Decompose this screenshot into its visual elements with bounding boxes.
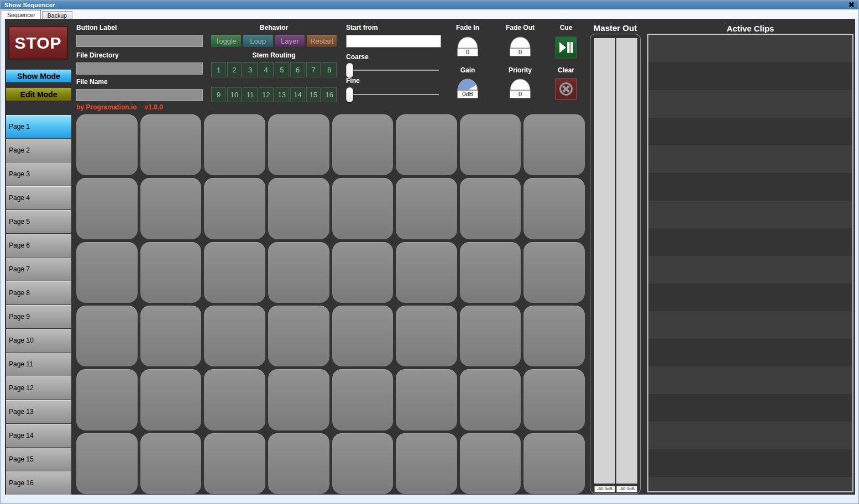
page-button-3[interactable]: Page 3 xyxy=(6,162,71,186)
clip-button[interactable] xyxy=(268,306,329,366)
stem-button-2[interactable]: 2 xyxy=(227,62,242,77)
priority-value[interactable]: 0 xyxy=(510,90,531,98)
clip-button[interactable] xyxy=(460,369,521,430)
show-mode-button[interactable]: Show Mode xyxy=(6,70,71,82)
fade-out-value[interactable]: 0 xyxy=(510,48,531,56)
clip-button[interactable] xyxy=(460,306,521,366)
stem-button-6[interactable]: 6 xyxy=(290,62,305,77)
clip-button[interactable] xyxy=(268,178,329,239)
clip-button[interactable] xyxy=(332,242,394,303)
stem-button-3[interactable]: 3 xyxy=(243,62,258,77)
stem-button-8[interactable]: 8 xyxy=(322,62,337,77)
clip-button[interactable] xyxy=(76,178,138,239)
file-directory-input[interactable] xyxy=(76,62,203,75)
clip-button[interactable] xyxy=(140,306,202,366)
clip-button[interactable] xyxy=(76,433,138,494)
coarse-slider-track[interactable] xyxy=(348,70,439,71)
clip-button[interactable] xyxy=(332,306,394,366)
tab-backup[interactable]: Backup xyxy=(42,11,72,19)
behavior-restart-button[interactable]: Restart xyxy=(307,35,337,47)
coarse-slider-thumb[interactable] xyxy=(346,63,353,78)
clip-button[interactable] xyxy=(332,369,394,430)
clip-button[interactable] xyxy=(204,306,265,366)
clip-button[interactable] xyxy=(523,242,585,303)
page-button-14[interactable]: Page 14 xyxy=(6,424,71,447)
fade-out-knob[interactable] xyxy=(510,36,531,49)
clip-button[interactable] xyxy=(76,114,138,175)
clip-button[interactable] xyxy=(268,369,329,430)
clip-button[interactable] xyxy=(76,369,138,430)
clip-button[interactable] xyxy=(268,242,329,303)
clip-button[interactable] xyxy=(140,242,202,303)
cue-button[interactable] xyxy=(555,36,577,59)
page-button-5[interactable]: Page 5 xyxy=(6,210,71,233)
page-button-4[interactable]: Page 4 xyxy=(6,186,71,209)
behavior-loop-button[interactable]: Loop xyxy=(243,35,273,47)
priority-knob[interactable] xyxy=(510,78,531,91)
page-button-12[interactable]: Page 12 xyxy=(6,376,71,400)
fade-in-value[interactable]: 0 xyxy=(457,48,478,56)
clip-button[interactable] xyxy=(523,114,585,175)
clip-button[interactable] xyxy=(396,369,457,430)
gain-value[interactable]: 0dB xyxy=(457,90,478,98)
clip-button[interactable] xyxy=(460,178,521,239)
page-button-13[interactable]: Page 13 xyxy=(6,400,71,423)
clip-button[interactable] xyxy=(396,433,457,494)
stem-button-1[interactable]: 1 xyxy=(211,62,226,77)
tab-sequencer[interactable]: Sequencer xyxy=(2,10,41,19)
stem-button-16[interactable]: 16 xyxy=(322,87,337,102)
page-button-8[interactable]: Page 8 xyxy=(6,281,71,305)
clip-button[interactable] xyxy=(268,114,329,175)
start-from-input[interactable] xyxy=(346,35,441,48)
coarse-slider[interactable] xyxy=(346,63,441,78)
clip-button[interactable] xyxy=(76,242,138,303)
stem-button-11[interactable]: 11 xyxy=(243,87,258,102)
clip-button[interactable] xyxy=(396,114,457,175)
clip-button[interactable] xyxy=(523,306,585,366)
fine-slider[interactable] xyxy=(346,87,441,102)
clip-button[interactable] xyxy=(396,306,457,366)
clip-button[interactable] xyxy=(396,178,457,239)
stop-button[interactable]: STOP xyxy=(8,26,68,60)
page-button-10[interactable]: Page 10 xyxy=(6,329,71,352)
page-button-2[interactable]: Page 2 xyxy=(6,139,71,162)
clip-button[interactable] xyxy=(523,433,585,494)
stem-button-12[interactable]: 12 xyxy=(259,87,274,102)
page-button-1[interactable]: Page 1 xyxy=(6,115,71,138)
stem-button-4[interactable]: 4 xyxy=(259,62,274,77)
stem-button-10[interactable]: 10 xyxy=(227,87,242,102)
button-label-input[interactable] xyxy=(76,35,203,47)
close-icon[interactable]: ✖ xyxy=(848,2,855,8)
clip-button[interactable] xyxy=(140,433,202,494)
clear-button[interactable] xyxy=(555,78,577,100)
edit-mode-button[interactable]: Edit Mode xyxy=(6,88,71,101)
behavior-layer-button[interactable]: Layer xyxy=(275,35,305,47)
clip-button[interactable] xyxy=(523,369,585,430)
stem-button-5[interactable]: 5 xyxy=(275,62,290,77)
stem-button-7[interactable]: 7 xyxy=(306,62,321,77)
fine-slider-thumb[interactable] xyxy=(346,87,353,102)
clip-button[interactable] xyxy=(460,242,521,303)
clip-button[interactable] xyxy=(268,433,329,494)
clip-button[interactable] xyxy=(204,242,265,303)
clip-button[interactable] xyxy=(523,178,585,239)
page-button-15[interactable]: Page 15 xyxy=(6,448,71,471)
clip-button[interactable] xyxy=(140,178,202,239)
clip-button[interactable] xyxy=(140,114,202,175)
clip-button[interactable] xyxy=(332,114,394,175)
page-button-7[interactable]: Page 7 xyxy=(6,258,71,281)
stem-button-13[interactable]: 13 xyxy=(275,87,290,102)
clip-button[interactable] xyxy=(332,178,394,239)
gain-knob[interactable] xyxy=(457,78,478,91)
clip-button[interactable] xyxy=(460,114,521,175)
clip-button[interactable] xyxy=(76,306,138,366)
clip-button[interactable] xyxy=(460,433,521,494)
clip-button[interactable] xyxy=(396,242,457,303)
clip-button[interactable] xyxy=(204,369,265,430)
behavior-toggle-button[interactable]: Toggle xyxy=(211,35,241,47)
page-button-16[interactable]: Page 16 xyxy=(6,471,71,495)
stem-button-15[interactable]: 15 xyxy=(306,87,321,102)
fade-in-knob[interactable] xyxy=(457,36,478,49)
file-name-input[interactable] xyxy=(76,89,203,101)
clip-button[interactable] xyxy=(204,178,265,239)
